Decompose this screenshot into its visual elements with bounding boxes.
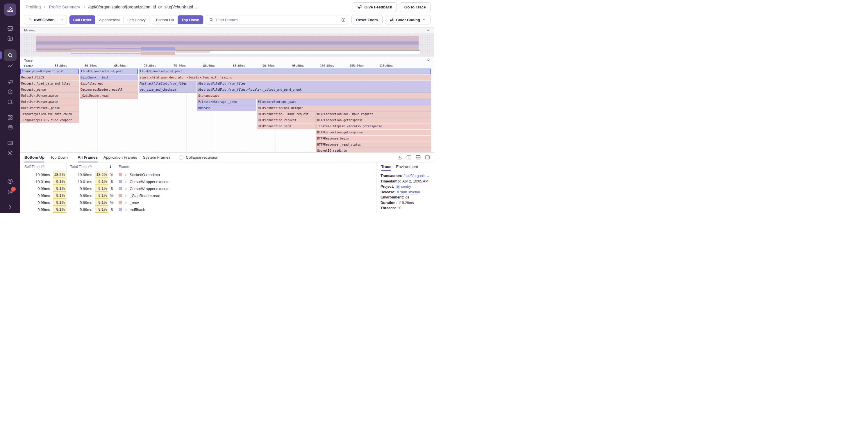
sidebar-item-replays[interactable] (4, 87, 17, 96)
collapse-minimap-icon[interactable] (427, 29, 430, 32)
expand-row-icon[interactable] (124, 201, 127, 204)
table-row[interactable]: 10.01ms9.1%10.01ms9.1%CursorWrapper.exec… (20, 178, 376, 185)
expand-row-icon[interactable] (124, 180, 127, 183)
flame-frame[interactable]: _install_httplib.<locals>.getresponse (316, 124, 431, 129)
flame-frame[interactable]: MultiPartParser.parse (20, 99, 79, 105)
detail-value-link[interactable]: sentry (401, 185, 411, 189)
sidebar-item-settings[interactable] (4, 148, 17, 158)
expand-row-icon[interactable] (124, 187, 127, 190)
flame-frame[interactable]: HTTPConnectionPool.urlopen (257, 105, 431, 111)
frame-cell[interactable]: SocketIO.readinto (115, 171, 376, 178)
frame-cell[interactable]: _GzipReader.read (115, 192, 376, 199)
flame-frame[interactable]: AbstractFileBlob.from_files (197, 81, 431, 87)
download-button[interactable] (397, 155, 402, 160)
flame-frame[interactable]: Storage.save (197, 93, 431, 99)
flame-frame[interactable]: md5hash (197, 105, 256, 111)
flame-frame-selected[interactable]: ChunkUploadEndpoint.post (20, 69, 79, 74)
question-icon[interactable] (41, 165, 45, 168)
sort-option-left-heavy[interactable]: Left Heavy (124, 15, 149, 24)
expand-sidebar-button[interactable] (7, 204, 13, 210)
frame-cell[interactable]: md5hash (115, 206, 376, 213)
table-row[interactable]: 9.99ms9.1%9.99ms9.1%_recv (20, 199, 376, 206)
give-feedback-button[interactable]: Give Feedback (352, 2, 397, 12)
collapse-recursion-toggle[interactable]: Collapse recursion (179, 155, 218, 160)
flame-frame[interactable]: Request.FILES (20, 75, 79, 80)
flame-frame[interactable]: DecompressReader.readall (80, 87, 138, 93)
flame-frame[interactable]: HTTPConnection.request (257, 118, 316, 123)
flame-frame[interactable]: SocketIO.readinto (316, 148, 431, 152)
flame-frame[interactable]: HTTPConnection…._make_request (257, 111, 316, 117)
sort-option-alphabetical[interactable]: Alphabetical (95, 15, 124, 24)
detail-value-link[interactable]: /api/0/organizations/{organ… (403, 174, 430, 178)
detail-value-link[interactable]: 87aab1d9cfa0 (397, 190, 420, 194)
frame-cell[interactable]: _recv (115, 199, 376, 206)
frame-cell[interactable]: CursorWrapper.execute (115, 178, 376, 185)
go-to-trace-button[interactable]: Go to Trace (400, 2, 431, 12)
flame-frame[interactable]: Request._parse (20, 87, 79, 93)
flame-frame[interactable]: FilestoreStorage._save (197, 99, 256, 105)
tab-application-frames[interactable]: Application Frames (103, 153, 137, 162)
table-row[interactable]: 19.98ms18.2%19.98ms18.2%SocketIO.readint… (20, 171, 376, 178)
minimap-viewport[interactable] (175, 50, 420, 54)
sidebar-item-crons[interactable] (4, 123, 17, 132)
details-tab-trace[interactable]: Trace (381, 162, 391, 171)
details-tab-environment[interactable]: Environment (396, 162, 418, 171)
direction-option-bottom-up[interactable]: Bottom Up (152, 15, 177, 24)
layout-left-button[interactable] (406, 155, 411, 160)
flame-frame[interactable]: get_size_and_checksum (139, 87, 196, 93)
find-frames-search[interactable] (206, 15, 349, 24)
total-time-column-header[interactable]: Total Time (67, 162, 115, 171)
frame-cell[interactable]: CursorWrapper.execute (115, 185, 376, 192)
sentry-logo[interactable] (4, 3, 16, 16)
flame-frame[interactable]: GzipChunk.__init__ (80, 75, 138, 80)
minimap-canvas[interactable] (20, 33, 434, 56)
flame-frame[interactable]: AbstractFileBlob.from_files.<locals>._up… (197, 87, 431, 93)
tab-system-frames[interactable]: System Frames (143, 153, 170, 162)
flame-frame[interactable]: _TemporaryFile…>.func_wrapper (20, 118, 79, 123)
table-row[interactable]: 9.99ms9.1%9.99ms9.1%md5hash (20, 206, 376, 213)
breadcrumb-item[interactable]: /api/0/organizations/{organization_id_or… (88, 5, 197, 9)
question-icon[interactable] (88, 165, 92, 168)
expand-row-icon[interactable] (124, 173, 127, 176)
color-coding-button[interactable]: Color Coding (385, 15, 431, 24)
direction-option-top-down[interactable]: Top Down (178, 15, 203, 24)
tab-bottom-up[interactable]: Bottom Up (24, 153, 44, 162)
sort-descending-icon[interactable] (108, 165, 113, 169)
table-row[interactable]: 9.99ms9.1%9.99ms9.1%CursorWrapper.execut… (20, 185, 376, 192)
table-row[interactable]: 9.99ms9.1%9.99ms9.1%_GzipReader.read (20, 192, 376, 199)
flame-frame[interactable]: start_child_span_decorator.<locals>.func… (139, 75, 431, 80)
sidebar-item-explore[interactable] (4, 50, 17, 61)
sidebar-item-stats[interactable] (4, 138, 17, 148)
expand-row-icon[interactable] (124, 208, 127, 211)
sidebar-item-feedback[interactable] (4, 77, 17, 87)
tab-all-frames[interactable]: All Frames (78, 153, 98, 162)
self-time-column-header[interactable]: Self Time (20, 162, 67, 171)
sidebar-item-issues[interactable] (4, 24, 17, 33)
thread-selector-dropdown[interactable]: uWSGIWor… (24, 15, 67, 24)
flame-frame[interactable]: _GzipReader.read (80, 93, 138, 99)
sort-option-call-order[interactable]: Call Order (69, 15, 95, 24)
sidebar-item-projects[interactable] (4, 34, 17, 43)
flame-frame[interactable]: GzipFile.read (80, 81, 138, 87)
flame-frame[interactable]: MultiPartParser._parse (20, 105, 79, 111)
flame-frame[interactable]: HTTPResponse.begin (316, 136, 431, 141)
layout-bottom-button[interactable] (416, 155, 421, 160)
flame-frame[interactable]: Request._load_data_and_files (20, 81, 79, 87)
info-icon[interactable] (341, 18, 346, 22)
flame-frame[interactable]: HTTPConnection.getresponse (316, 118, 431, 123)
flame-frame[interactable]: HTTPConnectionPool._make_request (316, 111, 431, 117)
flame-frame-selected[interactable]: ChunkUploadEndpoint.post (139, 69, 431, 74)
sidebar-item-dashboards[interactable] (4, 62, 17, 71)
frame-column-header[interactable]: Frame (115, 162, 376, 171)
sidebar-item-alerts[interactable] (4, 97, 17, 106)
sidebar-item-insights[interactable] (4, 113, 17, 122)
help-button[interactable] (7, 178, 13, 185)
flame-graph[interactable]: ChunkUploadEndpoint.postChunkUploadEndpo… (20, 68, 434, 152)
flame-frame[interactable]: HTTPConnection.getresponse (316, 130, 431, 135)
breadcrumb-item[interactable]: Profile Summary (49, 5, 80, 9)
collapse-recursion-checkbox[interactable] (179, 155, 183, 160)
search-input[interactable] (216, 18, 339, 22)
tab-top-down[interactable]: Top Down (50, 153, 68, 162)
breadcrumb-item[interactable]: Profiling (26, 5, 41, 9)
expand-row-icon[interactable] (124, 194, 127, 197)
